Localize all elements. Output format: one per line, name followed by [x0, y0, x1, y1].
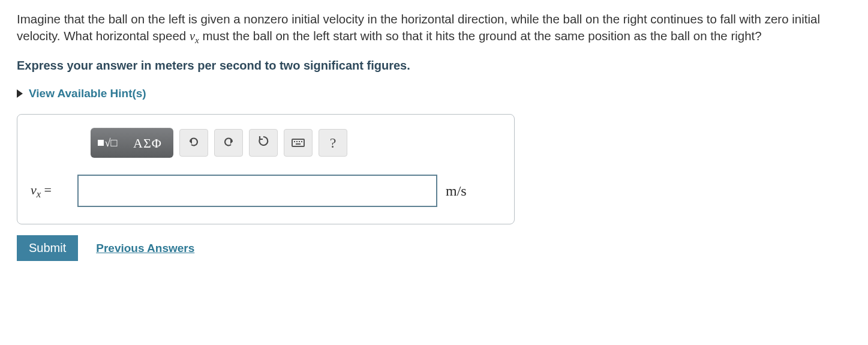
lhs-eq: = [41, 182, 52, 197]
reset-button[interactable] [249, 129, 278, 157]
reset-icon [257, 133, 270, 152]
format-templates-button[interactable]: √□ [92, 130, 122, 156]
triangle-right-icon [17, 89, 23, 98]
lhs-sub: x [37, 188, 41, 200]
answer-unit: m/s [446, 181, 467, 200]
lhs-v: v [31, 182, 37, 197]
answer-lhs: vx = [31, 181, 69, 202]
variable-vx: vx [190, 29, 199, 43]
variable-sub: x [195, 35, 199, 45]
keyboard-button[interactable] [284, 129, 313, 157]
answer-panel: √□ ΑΣΦ ? vx = m/s [17, 114, 515, 224]
undo-button[interactable] [179, 129, 208, 157]
redo-button[interactable] [214, 129, 243, 157]
previous-answers-link[interactable]: Previous Answers [96, 241, 194, 256]
hints-label: View Available Hint(s) [29, 86, 146, 101]
action-row: Submit Previous Answers [17, 235, 851, 261]
redo-icon [222, 133, 235, 152]
format-icon: √□ [98, 136, 118, 150]
toolbar-group-symbols: √□ ΑΣΦ [91, 128, 173, 158]
view-hints-button[interactable]: View Available Hint(s) [17, 86, 146, 101]
undo-icon [187, 133, 200, 152]
greek-letters-button[interactable]: ΑΣΦ [124, 130, 172, 156]
keyboard-icon [292, 139, 305, 147]
variable-v: v [190, 29, 195, 43]
help-button[interactable]: ? [319, 129, 347, 157]
answer-input[interactable] [77, 175, 437, 207]
answer-instruction: Express your answer in meters per second… [17, 58, 851, 74]
question-suffix: must the ball on the left start with so … [203, 29, 762, 43]
answer-input-row: vx = m/s [31, 175, 501, 207]
question-text: Imagine that the ball on the left is giv… [17, 11, 851, 47]
equation-toolbar: √□ ΑΣΦ ? [91, 128, 501, 158]
submit-button[interactable]: Submit [17, 235, 78, 261]
